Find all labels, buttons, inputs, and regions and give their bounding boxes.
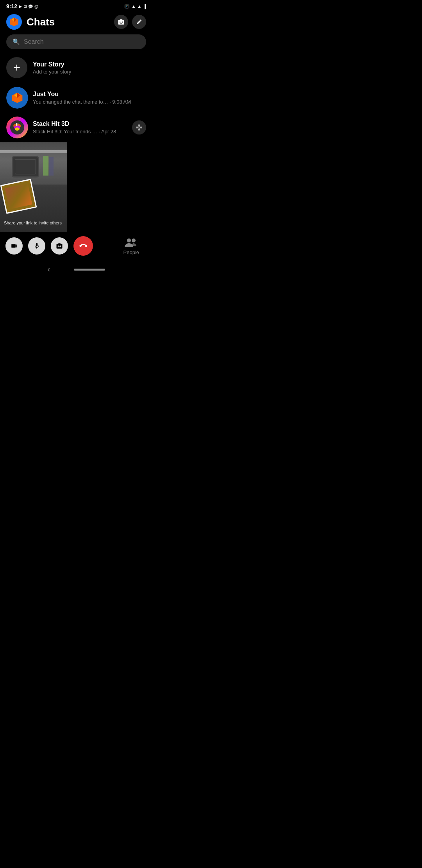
screenshot-icon: ⊡ [23, 4, 27, 9]
people-label: People [123, 249, 139, 255]
wifi-icon: ▲ [131, 4, 136, 9]
svg-rect-13 [16, 123, 17, 126]
vibrate-icon: 📳 [124, 4, 130, 9]
game-controller-icon [132, 120, 146, 135]
header-actions [114, 15, 146, 29]
signal-icon: ▲ [137, 4, 141, 9]
time: 9:12 [6, 3, 17, 9]
microphone-button[interactable] [28, 237, 45, 255]
video-camera-button[interactable] [5, 237, 23, 255]
back-button[interactable]: ‹ [47, 264, 50, 274]
bottom-area: ‹ [0, 260, 152, 279]
end-call-button[interactable] [73, 236, 93, 256]
chat-item-stack-hit[interactable]: Stack Hit 3D Stack Hit 3D: Your friends … [0, 113, 152, 142]
people-tab[interactable]: People [123, 237, 139, 255]
svg-point-15 [127, 239, 131, 242]
header: Chats [0, 11, 152, 34]
chat-avatar-just-you [6, 87, 28, 109]
at-icon: @ [34, 4, 38, 9]
home-indicator[interactable] [74, 269, 105, 271]
chat-info-just-you: Just You You changed the chat theme to… … [33, 91, 146, 105]
video-controls: People [0, 232, 152, 260]
chat-preview-stack: Stack Hit 3D: Your friends … · Apr 28 [33, 129, 127, 135]
svg-point-12 [15, 127, 20, 131]
story-title: Your Story [33, 61, 71, 68]
search-bar[interactable]: 🔍 [6, 34, 146, 49]
people-icon [125, 237, 138, 248]
page-title: Chats [27, 16, 109, 28]
story-info: Your Story Add to your story [33, 61, 71, 75]
svg-rect-3 [13, 22, 16, 25]
chat-list: Just You You changed the chat theme to… … [0, 83, 152, 142]
search-icon: 🔍 [13, 38, 20, 45]
chat-item-just-you[interactable]: Just You You changed the chat theme to… … [0, 83, 152, 113]
chat-name-stack: Stack Hit 3D [33, 120, 127, 127]
compose-button[interactable] [132, 15, 146, 29]
chat-meta-stack [132, 120, 146, 135]
chat-info-stack-hit: Stack Hit 3D Stack Hit 3D: Your friends … [33, 120, 127, 135]
messenger-icon: 💬 [28, 4, 33, 9]
chat-preview: You changed the chat theme to… · 9:08 AM [33, 99, 146, 105]
nav-bar: ‹ [37, 264, 115, 274]
video-call-section: Share your link to invite others [0, 142, 152, 260]
svg-rect-8 [15, 98, 19, 102]
svg-rect-14 [18, 123, 18, 126]
chat-avatar-stack-hit [6, 117, 28, 138]
video-icon: ▶ [19, 4, 22, 9]
chat-name: Just You [33, 91, 146, 98]
video-preview: Share your link to invite others [0, 142, 67, 232]
story-row[interactable]: Your Story Add to your story [0, 54, 152, 81]
video-overlay-text: Share your link to invite others [4, 219, 65, 226]
svg-point-16 [132, 239, 136, 242]
battery-icon: ▐ [143, 4, 146, 9]
flip-camera-button[interactable] [51, 237, 68, 255]
camera-button[interactable] [114, 15, 128, 29]
status-bar: 9:12 ▶ ⊡ 💬 @ 📳 ▲ ▲ ▐ [0, 0, 152, 11]
add-story-button[interactable] [6, 57, 27, 78]
search-input[interactable] [24, 38, 140, 45]
story-subtitle: Add to your story [33, 69, 71, 75]
people-nav-area[interactable]: People [98, 237, 147, 255]
avatar[interactable] [6, 14, 22, 30]
